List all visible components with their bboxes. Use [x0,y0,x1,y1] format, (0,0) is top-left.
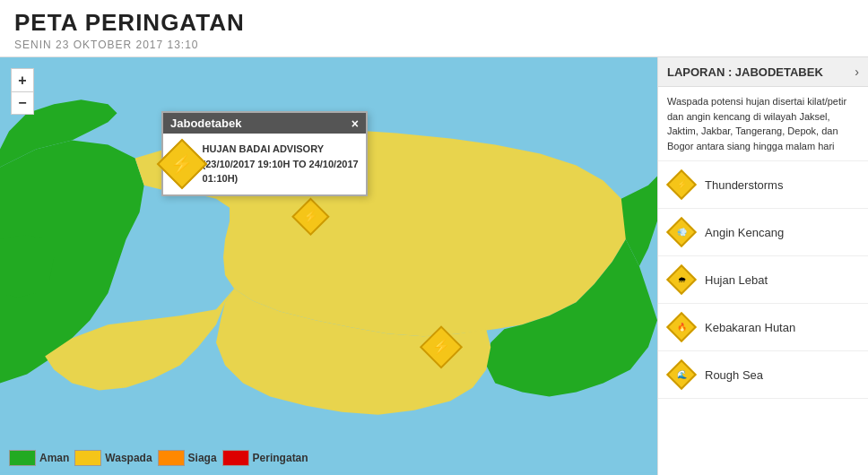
sidebar-items: ⚡ Thunderstorms 💨 Angin Kencang 🌧 [658,161,868,399]
sidebar-item-kebakaran-hutan[interactable]: 🔥 Kebakaran Hutan [658,304,868,351]
rough-sea-label: Rough Sea [705,368,763,382]
legend-aman-label: Aman [39,452,69,464]
map-controls: + − [11,68,34,115]
popup-body: ⚡ HUJAN BADAI ADVISORY (23/10/2017 19:10… [163,134,366,194]
thunderstorms-label: Thunderstorms [705,178,783,192]
kebakaran-hutan-label: Kebakaran Hutan [705,321,795,334]
sidebar: LAPORAN : JABODETABEK › Waspada potensi … [657,57,868,475]
legend-waspada-color [74,450,101,466]
hujan-lebat-icon: 🌧 [667,265,696,294]
sidebar-description: Waspada potensi hujan disertai kilat/pet… [658,87,868,161]
legend-waspada-label: Waspada [105,452,152,464]
zoom-in-button[interactable]: + [11,68,34,91]
popup-warning-icon: ⚡ [170,141,194,187]
popup-header: Jabodetabek × [163,113,366,134]
kebakaran-hutan-icon: 🔥 [667,313,696,341]
sidebar-item-hujan-lebat[interactable]: 🌧 Hujan Lebat [658,256,868,304]
sidebar-item-rough-sea[interactable]: 🌊 Rough Sea [658,351,868,399]
popup: Jabodetabek × ⚡ HUJAN BADAI ADVISORY (23… [161,111,368,196]
main-content: + − [0,57,868,475]
sidebar-header: LAPORAN : JABODETABEK › [658,57,868,87]
svg-text:⚡: ⚡ [432,338,451,355]
sidebar-header-title: LAPORAN : JABODETABEK [667,65,823,79]
popup-warning-text: HUJAN BADAI ADVISORY (23/10/2017 19:10H … [203,142,359,186]
legend-aman-color [9,450,36,466]
legend-aman: Aman [9,450,69,466]
legend-peringatan-label: Peringatan [253,452,308,464]
svg-text:⚡: ⚡ [303,209,318,224]
legend-siaga: Siaga [158,450,217,466]
legend-siaga-color [158,450,185,466]
thunderstorms-icon: ⚡ [667,170,696,199]
zoom-out-button[interactable]: − [11,91,34,115]
date-label: SENIN 23 OKTOBER 2017 13:10 [14,39,854,51]
legend-siaga-label: Siaga [188,452,217,464]
legend: Aman Waspada Siaga Peringatan [9,450,308,466]
popup-close-button[interactable]: × [352,117,359,130]
page-container: PETA PERINGATAN SENIN 23 OKTOBER 2017 13… [0,0,868,475]
legend-peringatan: Peringatan [222,450,308,466]
angin-kencang-label: Angin Kencang [705,226,784,239]
popup-title: Jabodetabek [170,117,241,130]
map-area: + − [0,57,657,475]
sidebar-item-angin-kencang[interactable]: 💨 Angin Kencang [658,209,868,256]
legend-peringatan-color [222,450,249,466]
sidebar-chevron-icon[interactable]: › [855,65,859,79]
hujan-lebat-label: Hujan Lebat [705,273,768,287]
sidebar-item-thunderstorms[interactable]: ⚡ Thunderstorms [658,161,868,209]
angin-kencang-icon: 💨 [667,218,696,246]
legend-waspada: Waspada [74,450,152,466]
header: PETA PERINGATAN SENIN 23 OKTOBER 2017 13… [0,0,868,57]
page-title: PETA PERINGATAN [14,9,854,37]
rough-sea-icon: 🌊 [667,360,696,389]
